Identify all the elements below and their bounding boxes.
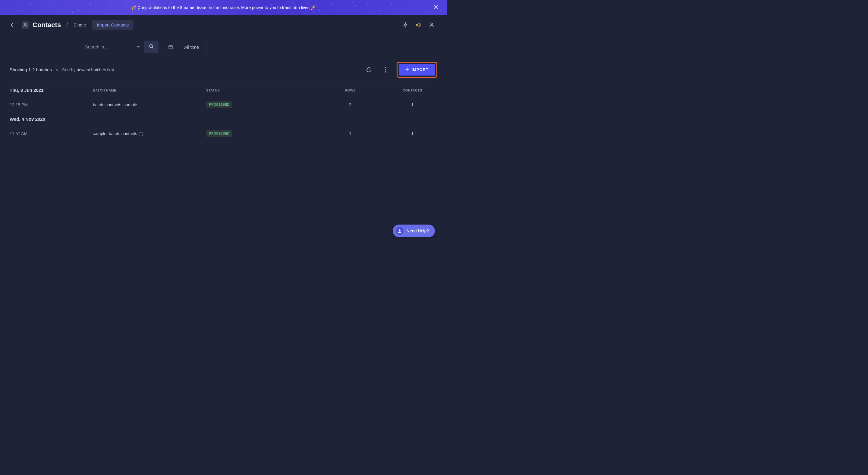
- svg-point-6: [385, 71, 386, 72]
- banner-text: 🎉 Congratulations to the ${name} team on…: [131, 5, 315, 10]
- contacts-icon: [22, 21, 29, 29]
- svg-rect-3: [169, 45, 173, 49]
- user-menu-icon[interactable]: [427, 20, 437, 30]
- announcement-icon[interactable]: [413, 20, 424, 30]
- table-group-header: Wed, 4 Nov 2020: [10, 112, 437, 126]
- col-header-rows: ROWS: [313, 83, 388, 97]
- group-date: Wed, 4 Nov 2020: [10, 112, 93, 126]
- date-range-picker[interactable]: All time: [164, 41, 207, 53]
- row-rows-count: 1: [313, 126, 388, 141]
- row-status: PROCESSED: [206, 126, 313, 141]
- search-input[interactable]: [10, 41, 81, 53]
- help-avatar-icon: [396, 227, 404, 235]
- dot-separator: [56, 69, 58, 71]
- close-icon[interactable]: [434, 4, 438, 10]
- batches-table: Thu, 3 Jun 2021BATCH NAMESTATUSROWSCONTA…: [0, 83, 447, 141]
- tab-single[interactable]: Single: [73, 22, 86, 27]
- col-header-contacts: CONTACTS: [388, 83, 437, 97]
- search-group: Search in...: [10, 41, 158, 53]
- status-badge: PROCESSED: [206, 101, 232, 108]
- svg-point-0: [24, 24, 26, 25]
- more-options-button[interactable]: [380, 64, 392, 76]
- row-time: 11:57 AM: [10, 126, 93, 141]
- sort-control[interactable]: Sort by newest batches first: [62, 67, 114, 72]
- search-button[interactable]: [144, 41, 158, 53]
- help-label: Need Help?: [407, 229, 429, 233]
- plus-icon: [405, 67, 409, 72]
- batches-toolbar: Showing 1-2 batches Sort by newest batch…: [0, 59, 447, 83]
- group-date: Thu, 3 Jun 2021: [10, 83, 93, 97]
- tab-import-contacts[interactable]: Import Contacts: [92, 20, 133, 30]
- col-header-status: STATUS: [206, 83, 313, 97]
- announcement-banner: 🎉 Congratulations to the ${name} team on…: [0, 0, 447, 15]
- filter-bar: Search in... All time: [0, 35, 447, 59]
- table-row[interactable]: 11:57 AMsample_batch_contacts (1)PROCESS…: [10, 126, 437, 141]
- refresh-button[interactable]: [363, 64, 375, 76]
- calendar-icon: [164, 41, 177, 53]
- import-button[interactable]: IMPORT: [399, 64, 435, 75]
- svg-point-5: [385, 69, 386, 70]
- row-status: PROCESSED: [206, 97, 313, 112]
- row-time: 12:15 PM: [10, 97, 93, 112]
- row-batch-name: sample_batch_contacts (1): [93, 126, 206, 141]
- search-scope-dropdown[interactable]: Search in...: [81, 41, 144, 53]
- row-contacts-count: 1: [388, 97, 437, 112]
- date-range-label: All time: [177, 41, 206, 53]
- showing-count: Showing 1-2 batches: [10, 67, 52, 72]
- import-button-label: IMPORT: [411, 67, 429, 72]
- page-header: Contacts / Single Import Contacts: [0, 15, 447, 35]
- chevron-down-icon: [137, 44, 140, 49]
- search-icon: [149, 44, 154, 50]
- lightning-icon[interactable]: [400, 20, 411, 30]
- table-row[interactable]: 12:15 PMbatch_contacts_samplePROCESSED21: [10, 97, 437, 112]
- table-group-header: Thu, 3 Jun 2021BATCH NAMESTATUSROWSCONTA…: [10, 83, 437, 97]
- back-arrow-icon[interactable]: [10, 22, 16, 28]
- page-title[interactable]: Contacts: [33, 21, 61, 29]
- search-placeholder: Search in...: [85, 44, 108, 49]
- row-contacts-count: 1: [388, 126, 437, 141]
- help-widget[interactable]: Need Help?: [393, 225, 435, 237]
- breadcrumb-separator: /: [66, 21, 68, 28]
- svg-point-1: [431, 23, 433, 25]
- import-button-highlight: IMPORT: [397, 62, 437, 78]
- col-header-batch-name: BATCH NAME: [93, 83, 206, 97]
- svg-point-7: [399, 229, 401, 231]
- row-batch-name: batch_contacts_sample: [93, 97, 206, 112]
- svg-point-4: [385, 67, 386, 68]
- row-rows-count: 2: [313, 97, 388, 112]
- status-badge: PROCESSED: [206, 130, 232, 137]
- svg-point-2: [150, 44, 153, 47]
